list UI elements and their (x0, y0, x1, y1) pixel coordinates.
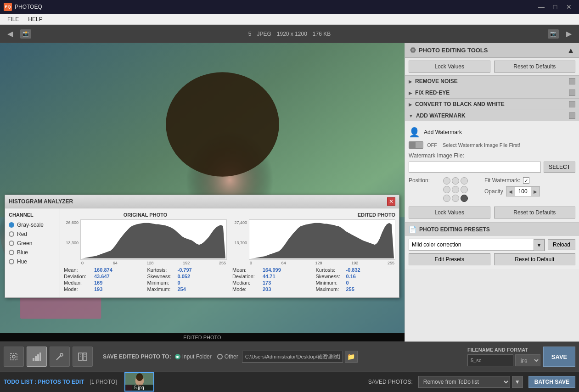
watermark-person-icon: 👤 (409, 127, 420, 138)
radio-other-folder[interactable]: Other (217, 353, 238, 360)
pos-mid-right[interactable] (461, 186, 468, 193)
section-add-watermark[interactable]: ▼ ADD WATERMARK (405, 110, 579, 121)
watermark-select-button[interactable]: SELECT (544, 162, 575, 173)
watermark-toggle-row: OFF Select Watermark Image File First! (409, 140, 575, 151)
histogram-body: CHANNEL Gray-scale Red Gre (5, 208, 399, 297)
eyedropper-tool-button[interactable] (50, 347, 70, 367)
svg-point-24 (136, 373, 143, 381)
compare-tool-button[interactable] (73, 347, 93, 367)
save-button[interactable]: SAVE (543, 347, 575, 367)
lock-values-button-top[interactable]: Lock Values (409, 61, 490, 73)
top-button-row: Lock Values Reset to Defaults (405, 58, 579, 75)
reload-preset-button[interactable]: Reload (548, 239, 575, 250)
thumbnail-item[interactable]: 5.jpg (124, 372, 154, 392)
watermark-file-input[interactable] (409, 162, 541, 173)
folder-path-input[interactable] (242, 351, 343, 363)
opacity-increase-button[interactable]: ▶ (531, 187, 540, 196)
pos-bot-right[interactable] (461, 195, 468, 202)
pos-bot-left[interactable] (443, 195, 450, 202)
bw-pin[interactable] (569, 101, 575, 107)
radio-green-label: Green (17, 240, 32, 246)
pos-top-right[interactable] (461, 177, 468, 185)
svg-rect-8 (11, 353, 17, 360)
close-button[interactable]: ✕ (562, 2, 575, 11)
section-convert-bw[interactable]: ▶ CONVERT TO BLACK AND WHITE (405, 98, 579, 110)
bw-arrow: ▶ (409, 102, 412, 107)
channel-green[interactable]: Green (9, 239, 56, 248)
histogram-titlebar: HISTOGRAM ANALYZER ✕ (5, 195, 399, 208)
original-x-axis: 0 64 128 192 255 (80, 260, 227, 265)
folder-row: 📁 (242, 351, 358, 363)
original-chart (80, 219, 227, 260)
histogram-tool-button[interactable] (27, 347, 47, 367)
channel-blue[interactable]: Blue (9, 248, 56, 257)
pos-mid-center[interactable] (452, 186, 459, 193)
edited-header: EDITED PHOTO (232, 212, 395, 218)
crop-tool-button[interactable] (4, 347, 24, 367)
tools-panel-header: ⚙ PHOTO EDITING TOOLS ▲ (405, 43, 579, 58)
bottom-tools-bar: SAVE EDITED PHOTO TO: Input Folder Other… (0, 342, 579, 371)
toolbar-info: 5 JPEG 1920 x 1200 176 KB (248, 31, 331, 37)
radio-input-folder[interactable]: Input Folder (175, 353, 212, 360)
toggle-message: Select Watermark Image File First! (443, 142, 520, 148)
svg-point-4 (166, 72, 279, 177)
reset-defaults-button-top[interactable]: Reset to Defaults (494, 61, 576, 73)
reset-default-preset-button[interactable]: Reset to Default (494, 253, 576, 265)
todo-action-select[interactable]: Remove from ToDo list (418, 376, 510, 388)
watermark-add-label: Add Watermark (424, 129, 462, 135)
tools-collapse-button[interactable]: ▲ (567, 46, 574, 55)
edited-y-max: 27,400 (232, 220, 247, 225)
format-select[interactable]: .jpg .png .tif .bmp (515, 354, 540, 366)
batch-save-button[interactable]: BATCH SAVE (528, 376, 575, 388)
filename-input[interactable] (467, 354, 513, 366)
watermark-pin[interactable] (569, 112, 575, 119)
radio-red-dot (9, 231, 14, 237)
noise-pin[interactable] (569, 78, 575, 84)
minimize-button[interactable]: — (535, 2, 548, 11)
channel-hue[interactable]: Hue (9, 257, 56, 266)
maximize-button[interactable]: □ (549, 2, 562, 11)
pos-mid-left[interactable] (443, 186, 450, 193)
save-destination-group: Input Folder Other (175, 353, 238, 360)
nav-next-button[interactable]: ▶ (562, 28, 575, 40)
radio-green-dot (9, 241, 14, 246)
menu-help[interactable]: HELP (23, 15, 47, 23)
channel-red[interactable]: Red (9, 230, 56, 239)
todo-list-label: TODO LIST : PHOTOS TO EDIT (4, 379, 84, 385)
presets-header: 📄 PHOTO EDITING PRESETS (405, 223, 579, 236)
fit-checkbox[interactable] (523, 177, 529, 184)
redeye-pin[interactable] (569, 90, 575, 96)
pos-top-left[interactable] (443, 177, 450, 185)
edited-photo-label: EDITED PHOTO (0, 333, 405, 342)
svg-marker-7 (250, 223, 394, 258)
thumbnail-filename: 5.jpg (125, 385, 153, 391)
pos-top-center[interactable] (452, 177, 459, 185)
opacity-label: Opacity (484, 188, 503, 195)
section-remove-noise[interactable]: ▶ REMOVE NOISE (405, 75, 579, 87)
section-fix-red-eye[interactable]: ▶ FIX RED-EYE (405, 87, 579, 98)
pos-bot-center[interactable] (452, 195, 459, 202)
watermark-toggle[interactable] (409, 141, 423, 149)
preset-dropdown-button[interactable]: ▼ (534, 239, 545, 251)
radio-input-dot (175, 354, 180, 359)
nav-prev-button[interactable]: ◀ (4, 28, 17, 40)
browse-folder-button[interactable]: 📁 (345, 351, 358, 363)
histogram-close-button[interactable]: ✕ (387, 197, 395, 206)
edited-x-axis: 0 64 128 192 255 (249, 260, 395, 265)
todo-dropdown-button[interactable]: ▼ (512, 376, 523, 388)
channel-grayscale[interactable]: Gray-scale (9, 220, 56, 230)
edit-presets-button[interactable]: Edit Presets (409, 253, 490, 265)
opacity-value[interactable] (515, 187, 531, 196)
presets-title: PHOTO EDITING PRESETS (419, 226, 490, 233)
svg-rect-12 (37, 354, 39, 361)
radio-grayscale-label: Gray-scale (17, 222, 44, 228)
opacity-decrease-button[interactable]: ◀ (506, 187, 515, 196)
watermark-content: 👤 Add Watermark OFF Select Watermark Ima… (405, 121, 579, 223)
reset-defaults-button-wm[interactable]: Reset to Defaults (494, 207, 576, 218)
title-bar: EQ PHOTOEQ — □ ✕ (0, 0, 579, 14)
edited-stats: Mean:164.099 Kurtosis:-0.832 Deviation:4… (232, 265, 395, 294)
lock-values-button-wm[interactable]: Lock Values (409, 207, 490, 218)
menu-file[interactable]: FILE (3, 15, 23, 23)
svg-point-9 (12, 355, 15, 358)
preset-input[interactable] (409, 239, 534, 250)
